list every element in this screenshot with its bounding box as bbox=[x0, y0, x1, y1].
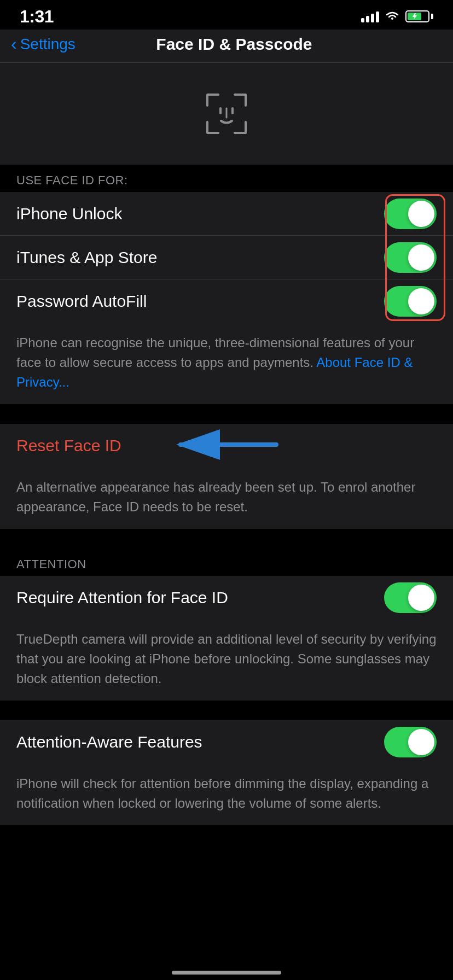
password-autofill-label: Password AutoFill bbox=[16, 292, 147, 311]
itunes-appstore-label: iTunes & App Store bbox=[16, 248, 157, 267]
chevron-left-icon: ‹ bbox=[11, 35, 17, 52]
require-attention-row: Require Attention for Face ID bbox=[0, 576, 453, 620]
attention-aware-row: Attention-Aware Features bbox=[0, 720, 453, 764]
nav-bar: ‹ Settings Face ID & Passcode bbox=[0, 30, 453, 62]
iphone-unlock-toggle[interactable] bbox=[384, 199, 437, 229]
wifi-icon bbox=[385, 10, 400, 22]
attention-aware-description: iPhone will check for attention before d… bbox=[0, 764, 453, 825]
reset-face-id-row[interactable]: Reset Face ID bbox=[0, 424, 453, 468]
itunes-appstore-row: iTunes & App Store bbox=[0, 236, 453, 279]
back-button[interactable]: ‹ Settings bbox=[11, 36, 76, 53]
iphone-unlock-label: iPhone Unlock bbox=[16, 205, 122, 223]
face-id-header bbox=[0, 63, 453, 165]
attention-description: TrueDepth camera will provide an additio… bbox=[0, 620, 453, 701]
face-id-icon bbox=[202, 89, 251, 138]
reset-section-wrapper: Reset Face ID bbox=[0, 424, 453, 468]
require-attention-toggle[interactable] bbox=[384, 582, 437, 613]
battery-icon bbox=[405, 10, 433, 22]
face-id-description: iPhone can recognise the unique, three-d… bbox=[0, 323, 453, 404]
section-gap-2 bbox=[0, 529, 453, 549]
face-id-toggles-group: iPhone Unlock iTunes & App Store Passwor… bbox=[0, 192, 453, 323]
password-autofill-row: Password AutoFill bbox=[0, 279, 453, 323]
status-icons bbox=[361, 10, 433, 22]
toggle-knob bbox=[408, 585, 434, 611]
section-gap-1 bbox=[0, 404, 453, 424]
status-time: 1:31 bbox=[20, 7, 54, 27]
use-face-id-header: USE FACE ID FOR: bbox=[0, 165, 453, 192]
require-attention-label: Require Attention for Face ID bbox=[16, 588, 228, 607]
page-title: Face ID & Passcode bbox=[76, 35, 393, 54]
home-indicator bbox=[172, 971, 281, 975]
attention-aware-toggle[interactable] bbox=[384, 727, 437, 757]
attention-aware-group: Attention-Aware Features bbox=[0, 720, 453, 764]
reset-description: An alternative appearance has already be… bbox=[0, 468, 453, 529]
password-autofill-toggle[interactable] bbox=[384, 286, 437, 317]
back-label: Settings bbox=[20, 36, 76, 53]
status-bar: 1:31 bbox=[0, 0, 453, 30]
toggle-knob bbox=[408, 729, 434, 755]
iphone-unlock-row: iPhone Unlock bbox=[0, 192, 453, 236]
section-gap-3 bbox=[0, 701, 453, 720]
toggle-knob bbox=[408, 244, 434, 271]
attention-aware-label: Attention-Aware Features bbox=[16, 733, 202, 751]
attention-toggles-group: Require Attention for Face ID bbox=[0, 576, 453, 620]
signal-icon bbox=[361, 10, 379, 22]
attention-section-header: ATTENTION bbox=[0, 549, 453, 576]
toggle-knob bbox=[408, 288, 434, 314]
itunes-appstore-toggle[interactable] bbox=[384, 242, 437, 273]
toggle-knob bbox=[408, 201, 434, 227]
reset-face-id-label: Reset Face ID bbox=[16, 436, 121, 455]
